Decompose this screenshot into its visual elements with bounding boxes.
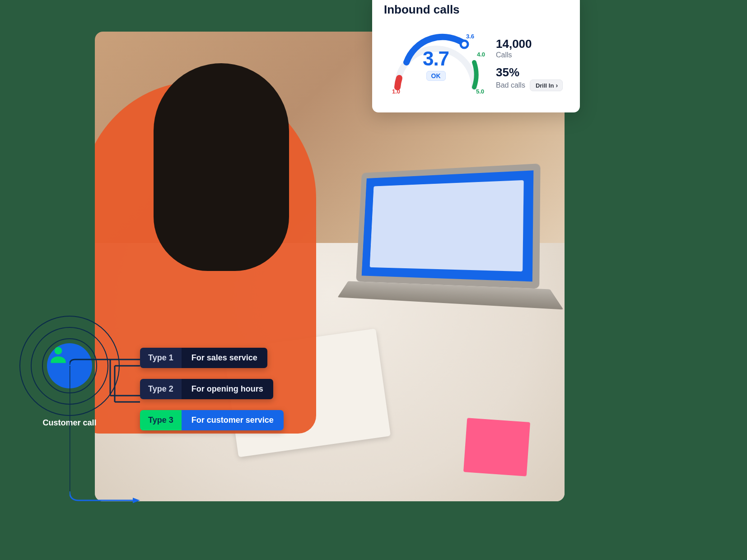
gauge-badge: OK	[426, 71, 446, 81]
svg-point-4	[55, 347, 62, 355]
photo-sticky-note	[463, 418, 530, 476]
bad-calls-label: Bad calls	[496, 81, 525, 89]
gauge-tick-needle: 3.6	[466, 33, 474, 40]
gauge-value: 3.7	[384, 47, 488, 70]
call-type-key: Type 3	[140, 410, 182, 430]
gauge-tick-green: 4.0	[477, 51, 485, 58]
gauge: 3.7 OK 1.0 3.6 4.0 5.0	[384, 19, 488, 101]
call-type-key: Type 1	[140, 348, 182, 368]
customer-call-label: Customer call	[15, 418, 124, 428]
photo-laptop	[355, 163, 540, 309]
card-title: Inbound calls	[384, 3, 568, 17]
calls-value: 14,000	[496, 37, 568, 51]
person-icon	[47, 343, 92, 388]
calls-label: Calls	[496, 51, 568, 59]
call-type-3[interactable]: Type 3 For customer service	[140, 410, 284, 430]
call-type-key: Type 2	[140, 379, 182, 399]
bad-calls-value: 35%	[496, 65, 568, 79]
call-type-value: For opening hours	[182, 379, 273, 399]
photo-hair	[154, 63, 289, 271]
call-type-list: Type 1 For sales service Type 2 For open…	[140, 348, 284, 430]
gauge-tick-max: 5.0	[476, 88, 484, 95]
drill-in-button[interactable]: Drill In ›	[530, 79, 563, 91]
call-type-value: For customer service	[182, 410, 284, 430]
call-type-1[interactable]: Type 1 For sales service	[140, 348, 267, 368]
stats: 14,000 Calls 35% Bad calls Drill In ›	[496, 29, 568, 91]
chevron-right-icon: ›	[556, 82, 558, 89]
gauge-tick-min: 1.0	[392, 88, 400, 95]
call-type-value: For sales service	[182, 348, 267, 368]
svg-point-0	[461, 41, 468, 48]
customer-call-icon: Customer call	[15, 312, 124, 420]
drill-in-label: Drill In	[536, 82, 554, 89]
inbound-calls-card: Inbound calls 3.7 OK 1.0 3.6 4.0 5	[372, 0, 580, 112]
call-type-2[interactable]: Type 2 For opening hours	[140, 379, 273, 399]
